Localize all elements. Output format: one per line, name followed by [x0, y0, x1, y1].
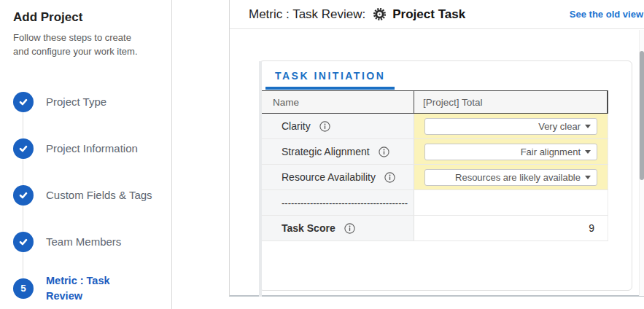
scrollbar-track[interactable] [639, 30, 644, 296]
card-left-rule [259, 61, 262, 297]
step-project-type[interactable]: Project Type [13, 79, 158, 125]
separator-dashes: ---------------------------------------- [282, 197, 408, 208]
step-label: Project Information [46, 142, 138, 154]
task-initiation-card: TASK INITIATION Name [Project] Total Cla… [259, 60, 632, 291]
dropdown-value: Resources are likely available [455, 172, 581, 183]
table-row-resource-availability: Resource Availability Resources are like… [260, 165, 608, 190]
add-project-sidebar: Add Project Follow these steps to create… [0, 0, 172, 309]
step-label: Project Type [46, 95, 106, 108]
step-label: Team Members [46, 235, 121, 248]
metric-review-panel: Metric : Task Review: Project Task See t… [229, 0, 644, 297]
scrollbar-thumb[interactable] [640, 51, 644, 180]
row-label: Resource Availability [282, 171, 376, 183]
check-icon [13, 185, 34, 206]
dropdown-value: Very clear [538, 121, 581, 132]
check-icon [13, 138, 34, 159]
table-row-task-score: Task Score 9 [260, 216, 608, 241]
step-label: Custom Fields & Tags [46, 189, 152, 201]
tab-task-initiation[interactable]: TASK INITIATION [265, 68, 395, 90]
row-label: Strategic Alignment [282, 146, 370, 157]
caret-down-icon [585, 176, 591, 179]
panel-title-task: Project Task [392, 7, 465, 22]
value-cell: Fair alignment [414, 139, 608, 164]
step-number: 5 [20, 283, 26, 294]
panel-title-prefix: Metric : Task Review: [249, 7, 365, 22]
panel-header: Metric : Task Review: Project Task See t… [230, 0, 644, 29]
sidebar-title: Add Project [13, 10, 158, 25]
check-icon [13, 92, 34, 112]
resource-availability-dropdown[interactable]: Resources are likely available [424, 169, 597, 186]
step-project-information[interactable]: Project Information [13, 125, 158, 172]
table-row-separator: ---------------------------------------- [260, 190, 608, 216]
table-row-clarity: Clarity Very clear [260, 114, 608, 139]
value-cell: Very clear [414, 114, 608, 138]
value-cell: 9 [414, 216, 608, 240]
table-header-row: Name [Project] Total [260, 90, 608, 114]
step-team-members[interactable]: Team Members [13, 219, 158, 265]
step-label: Metric : Task Review [46, 273, 132, 303]
step-number-badge: 5 [13, 278, 34, 299]
dropdown-value: Fair alignment [521, 146, 581, 157]
card-tabbar: TASK INITIATION [260, 61, 632, 90]
step-metric-task-review[interactable]: 5 Metric : Task Review [13, 265, 158, 309]
row-label: Clarity [282, 120, 311, 132]
info-icon[interactable] [384, 172, 395, 183]
caret-down-icon [585, 150, 591, 154]
check-icon [13, 232, 34, 252]
clarity-dropdown[interactable]: Very clear [424, 118, 597, 135]
value-cell-empty [414, 190, 608, 215]
metric-table: Name [Project] Total Clarity Very clear [260, 90, 608, 241]
caret-down-icon [585, 125, 591, 128]
info-icon[interactable] [344, 223, 355, 234]
task-score-value: 9 [414, 222, 608, 234]
info-icon[interactable] [379, 146, 389, 157]
wizard-steps: Project Type Project Information Custom … [13, 79, 158, 309]
see-old-view-link[interactable]: See the old view [570, 9, 643, 20]
row-label: Task Score [282, 222, 335, 234]
gear-icon [372, 7, 387, 22]
value-cell: Resources are likely available [414, 165, 608, 189]
info-icon[interactable] [319, 121, 330, 132]
step-custom-fields-tags[interactable]: Custom Fields & Tags [13, 172, 158, 219]
column-header-project-total: [Project] Total [414, 91, 608, 113]
table-row-strategic-alignment: Strategic Alignment Fair alignment [260, 139, 608, 165]
strategic-alignment-dropdown[interactable]: Fair alignment [424, 144, 597, 160]
sidebar-subtitle: Follow these steps to create and configu… [13, 31, 149, 59]
column-header-name: Name [260, 91, 414, 113]
